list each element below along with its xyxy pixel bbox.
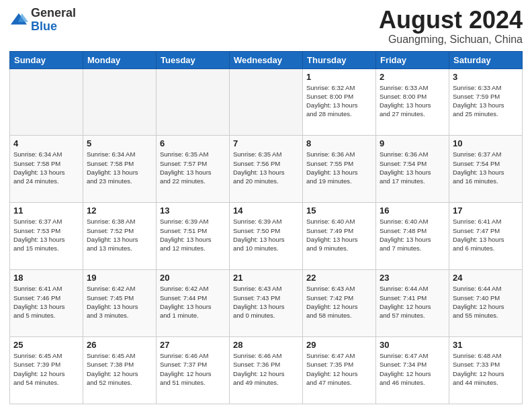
calendar-cell: 18Sunrise: 6:41 AM Sunset: 7:46 PM Dayli… [10,270,83,337]
day-number: 19 [87,273,152,283]
day-info: Sunrise: 6:47 AM Sunset: 7:35 PM Dayligh… [306,351,372,387]
day-info: Sunrise: 6:44 AM Sunset: 7:40 PM Dayligh… [453,284,519,320]
weekday-header: Friday [376,51,449,68]
day-number: 17 [453,205,519,216]
calendar-cell: 28Sunrise: 6:46 AM Sunset: 7:36 PM Dayli… [230,337,303,404]
day-info: Sunrise: 6:43 AM Sunset: 7:42 PM Dayligh… [306,284,372,320]
day-info: Sunrise: 6:33 AM Sunset: 8:00 PM Dayligh… [380,83,445,119]
logo: General Blue [9,7,76,34]
calendar-cell: 1Sunrise: 6:32 AM Sunset: 8:00 PM Daylig… [303,68,376,136]
day-number: 5 [87,138,152,148]
logo-icon [9,11,28,30]
day-number: 28 [233,340,299,350]
day-number: 12 [87,205,152,216]
day-info: Sunrise: 6:43 AM Sunset: 7:43 PM Dayligh… [233,284,299,320]
day-number: 8 [306,138,372,148]
logo-general: General [31,6,76,19]
day-number: 9 [380,138,445,148]
calendar-cell: 4Sunrise: 6:34 AM Sunset: 7:58 PM Daylig… [10,136,83,203]
calendar-cell: 8Sunrise: 6:36 AM Sunset: 7:55 PM Daylig… [303,136,376,203]
calendar-cell: 2Sunrise: 6:33 AM Sunset: 8:00 PM Daylig… [376,68,449,136]
day-info: Sunrise: 6:34 AM Sunset: 7:58 PM Dayligh… [13,150,79,185]
day-info: Sunrise: 6:41 AM Sunset: 7:47 PM Dayligh… [453,217,519,253]
day-number: 31 [453,340,519,350]
calendar-cell [83,68,157,136]
day-number: 14 [233,205,299,216]
day-info: Sunrise: 6:47 AM Sunset: 7:34 PM Dayligh… [380,351,445,387]
calendar-cell: 12Sunrise: 6:38 AM Sunset: 7:52 PM Dayli… [83,203,157,270]
calendar-cell: 24Sunrise: 6:44 AM Sunset: 7:40 PM Dayli… [449,270,523,337]
calendar-cell: 16Sunrise: 6:40 AM Sunset: 7:48 PM Dayli… [376,203,449,270]
calendar-cell: 20Sunrise: 6:42 AM Sunset: 7:44 PM Dayli… [157,270,230,337]
day-info: Sunrise: 6:45 AM Sunset: 7:38 PM Dayligh… [87,351,152,387]
header: General Blue August 2024 Guangming, Sich… [9,7,523,46]
day-number: 22 [306,273,372,283]
day-info: Sunrise: 6:33 AM Sunset: 7:59 PM Dayligh… [453,83,519,119]
calendar-table: SundayMondayTuesdayWednesdayThursdayFrid… [9,51,523,404]
day-number: 16 [380,205,445,216]
calendar-cell: 14Sunrise: 6:39 AM Sunset: 7:50 PM Dayli… [230,203,303,270]
calendar-cell: 13Sunrise: 6:39 AM Sunset: 7:51 PM Dayli… [157,203,230,270]
day-number: 2 [380,72,445,82]
location-subtitle: Guangming, Sichuan, China [379,34,523,46]
weekday-header: Saturday [449,51,523,68]
calendar-cell [10,68,83,136]
weekday-header: Sunday [10,51,83,68]
day-info: Sunrise: 6:34 AM Sunset: 7:58 PM Dayligh… [87,150,152,185]
calendar-cell: 27Sunrise: 6:46 AM Sunset: 7:37 PM Dayli… [157,337,230,404]
day-number: 21 [233,273,299,283]
day-info: Sunrise: 6:46 AM Sunset: 7:36 PM Dayligh… [233,351,299,387]
day-info: Sunrise: 6:39 AM Sunset: 7:51 PM Dayligh… [160,217,226,253]
day-number: 25 [13,340,79,350]
calendar-cell: 9Sunrise: 6:36 AM Sunset: 7:54 PM Daylig… [376,136,449,203]
day-number: 18 [13,273,79,283]
month-title: August 2024 [379,7,523,34]
calendar-week-row: 4Sunrise: 6:34 AM Sunset: 7:58 PM Daylig… [10,136,523,203]
day-info: Sunrise: 6:35 AM Sunset: 7:56 PM Dayligh… [233,150,299,185]
day-number: 20 [160,273,226,283]
day-number: 13 [160,205,226,216]
calendar-week-row: 18Sunrise: 6:41 AM Sunset: 7:46 PM Dayli… [10,270,523,337]
day-info: Sunrise: 6:44 AM Sunset: 7:41 PM Dayligh… [380,284,445,320]
calendar-cell: 31Sunrise: 6:48 AM Sunset: 7:33 PM Dayli… [449,337,523,404]
day-info: Sunrise: 6:37 AM Sunset: 7:53 PM Dayligh… [13,217,79,253]
page: General Blue August 2024 Guangming, Sich… [0,0,532,411]
day-info: Sunrise: 6:37 AM Sunset: 7:54 PM Dayligh… [453,150,519,185]
calendar-week-row: 11Sunrise: 6:37 AM Sunset: 7:53 PM Dayli… [10,203,523,270]
day-info: Sunrise: 6:41 AM Sunset: 7:46 PM Dayligh… [13,284,79,320]
day-info: Sunrise: 6:32 AM Sunset: 8:00 PM Dayligh… [306,83,372,119]
weekday-header: Wednesday [230,51,303,68]
day-info: Sunrise: 6:46 AM Sunset: 7:37 PM Dayligh… [160,351,226,387]
day-number: 7 [233,138,299,148]
day-number: 23 [380,273,445,283]
day-number: 1 [306,72,372,82]
day-info: Sunrise: 6:48 AM Sunset: 7:33 PM Dayligh… [453,351,519,387]
title-block: August 2024 Guangming, Sichuan, China [379,7,523,46]
calendar-cell: 30Sunrise: 6:47 AM Sunset: 7:34 PM Dayli… [376,337,449,404]
day-number: 10 [453,138,519,148]
day-info: Sunrise: 6:36 AM Sunset: 7:54 PM Dayligh… [380,150,445,185]
calendar-cell: 29Sunrise: 6:47 AM Sunset: 7:35 PM Dayli… [303,337,376,404]
calendar-cell [157,68,230,136]
calendar-cell: 25Sunrise: 6:45 AM Sunset: 7:39 PM Dayli… [10,337,83,404]
logo-blue: Blue [31,19,57,33]
day-number: 11 [13,205,79,216]
day-info: Sunrise: 6:45 AM Sunset: 7:39 PM Dayligh… [13,351,79,387]
weekday-header: Thursday [303,51,376,68]
day-info: Sunrise: 6:36 AM Sunset: 7:55 PM Dayligh… [306,150,372,185]
day-info: Sunrise: 6:40 AM Sunset: 7:49 PM Dayligh… [306,217,372,253]
day-number: 26 [87,340,152,350]
calendar-header-row: SundayMondayTuesdayWednesdayThursdayFrid… [10,51,523,68]
weekday-header: Tuesday [157,51,230,68]
day-info: Sunrise: 6:42 AM Sunset: 7:45 PM Dayligh… [87,284,152,320]
calendar-cell: 15Sunrise: 6:40 AM Sunset: 7:49 PM Dayli… [303,203,376,270]
calendar-week-row: 1Sunrise: 6:32 AM Sunset: 8:00 PM Daylig… [10,68,523,136]
day-number: 30 [380,340,445,350]
day-info: Sunrise: 6:38 AM Sunset: 7:52 PM Dayligh… [87,217,152,253]
calendar-cell: 10Sunrise: 6:37 AM Sunset: 7:54 PM Dayli… [449,136,523,203]
day-info: Sunrise: 6:42 AM Sunset: 7:44 PM Dayligh… [160,284,226,320]
logo-text: General Blue [31,7,76,34]
day-number: 15 [306,205,372,216]
day-number: 29 [306,340,372,350]
calendar-cell: 5Sunrise: 6:34 AM Sunset: 7:58 PM Daylig… [83,136,157,203]
